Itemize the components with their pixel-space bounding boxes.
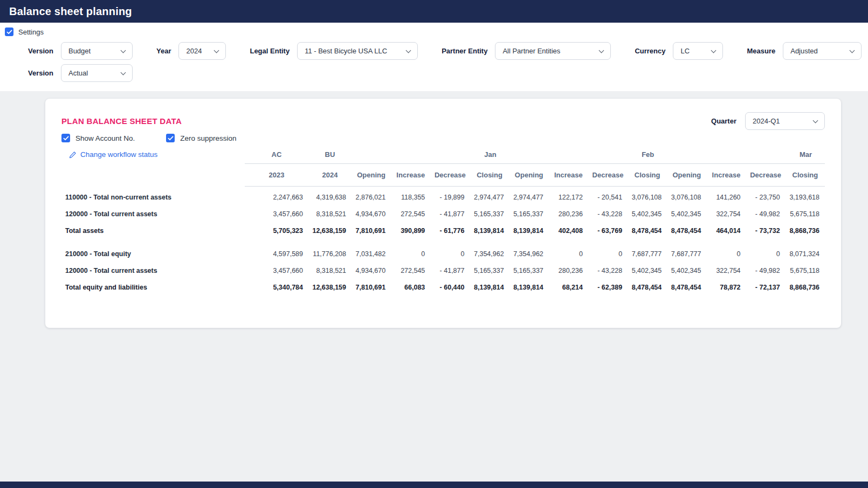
partner-entity-label: Partner Entity	[442, 47, 487, 55]
cell-value: - 49,982	[746, 205, 786, 222]
chevron-down-icon	[121, 70, 126, 75]
cell-value: 5,165,337	[509, 205, 549, 222]
partner-entity-select[interactable]: All Partner Entities	[495, 42, 611, 60]
version-actual-select[interactable]: Actual	[61, 64, 133, 82]
app-header: Balance sheet planning	[0, 0, 868, 23]
cell-value: 78,872	[706, 279, 746, 295]
cell-value: 0	[549, 245, 588, 262]
row-label: 120000 - Total current assets	[61, 205, 245, 222]
group-header-row: ACBUJanFebMar	[61, 146, 825, 163]
cell-value: 8,868,736	[786, 222, 825, 239]
cell-value: - 61,776	[430, 222, 470, 239]
cell-value: 8,071,324	[786, 245, 825, 262]
cell-value: 272,545	[391, 262, 430, 279]
cell-value: 280,236	[549, 262, 588, 279]
cell-value: 5,705,323	[245, 222, 308, 239]
quarter-select-value: 2024-Q1	[753, 117, 780, 125]
cell-value: 4,319,638	[308, 186, 352, 205]
cell-value: 8,139,814	[470, 222, 509, 239]
year-select[interactable]: 2024	[178, 42, 226, 60]
cell-value: 8,139,814	[509, 279, 549, 295]
row-label: 120000 - Total current assets	[61, 262, 245, 279]
cell-value: - 41,877	[430, 262, 470, 279]
cell-value: 5,165,337	[509, 262, 549, 279]
cell-value: 7,810,691	[352, 222, 391, 239]
cell-value: - 43,228	[588, 262, 628, 279]
cell-value: 5,402,345	[667, 262, 706, 279]
measure-filter: Measure Adjusted	[747, 42, 862, 60]
cell-value: 402,408	[549, 222, 588, 239]
column-header-7-increase: Increase	[549, 163, 588, 186]
year-filter: Year 2024	[156, 42, 226, 60]
cell-value: 2,974,477	[509, 186, 549, 205]
version-select[interactable]: Budget	[61, 42, 133, 60]
checkmark-icon	[6, 30, 12, 35]
group-header-bu: BU	[308, 146, 352, 163]
zero-suppression-toggle[interactable]: Zero suppression	[166, 134, 236, 142]
cell-value: 5,402,345	[628, 205, 667, 222]
measure-select[interactable]: Adjusted	[783, 42, 862, 60]
show-account-no-checkbox[interactable]	[61, 134, 70, 142]
cell-value: - 23,750	[746, 186, 786, 205]
cell-value: 8,478,454	[667, 222, 706, 239]
row-label: 210000 - Total equity	[61, 245, 245, 262]
cell-value: 8,139,814	[509, 222, 549, 239]
balance-sheet-table: ACBUJanFebMar 20232024OpeningIncreaseDec…	[61, 146, 825, 295]
chevron-down-icon	[121, 47, 126, 53]
plan-balance-sheet-card: PLAN BALANCE SHEET DATA Quarter 2024-Q1 …	[45, 99, 841, 328]
cell-value: 66,083	[391, 279, 430, 295]
quarter-select[interactable]: 2024-Q1	[745, 112, 825, 130]
cell-value: 5,402,345	[628, 262, 667, 279]
table-options-row: Show Account No. Zero suppression	[61, 134, 825, 142]
currency-select[interactable]: LC	[673, 42, 723, 60]
table-row: 120000 - Total current assets3,457,6608,…	[61, 262, 825, 279]
chevron-down-icon	[599, 47, 604, 53]
partner-entity-select-value: All Partner Entities	[502, 47, 560, 55]
legal-entity-select[interactable]: 11 - Best Bicycle USA LLC	[297, 42, 418, 60]
show-account-no-toggle[interactable]: Show Account No.	[61, 134, 135, 142]
chevron-down-icon	[214, 47, 219, 53]
year-label: Year	[156, 47, 171, 55]
chevron-down-icon	[711, 47, 717, 53]
cell-value: 0	[430, 245, 470, 262]
cell-value: 8,478,454	[667, 279, 706, 295]
cell-value: 7,031,482	[352, 245, 391, 262]
change-workflow-status-link[interactable]: Change workflow status	[69, 150, 157, 159]
cell-value: 390,899	[391, 222, 430, 239]
cell-value: 7,810,691	[352, 279, 391, 295]
cell-value: 5,165,337	[470, 262, 509, 279]
version-actual-filter: Version Actual	[28, 64, 133, 82]
card-title: PLAN BALANCE SHEET DATA	[61, 116, 182, 126]
cell-value: 322,754	[706, 205, 746, 222]
version-select-value: Budget	[68, 47, 91, 55]
cell-value: - 19,899	[430, 186, 470, 205]
cell-value: 7,687,777	[667, 245, 706, 262]
table-body: 110000 - Total non-current assets2,247,6…	[61, 186, 825, 295]
checkmark-icon	[168, 136, 174, 141]
cell-value: - 43,228	[588, 205, 628, 222]
zero-suppression-checkbox[interactable]	[166, 134, 175, 142]
cell-value: 2,247,663	[245, 186, 308, 205]
version-filter: Version Budget	[28, 42, 133, 60]
cell-value: 5,402,345	[667, 205, 706, 222]
chevron-down-icon	[406, 47, 411, 53]
cell-value: 141,260	[706, 186, 746, 205]
settings-bar: Settings	[0, 23, 868, 38]
measure-select-value: Adjusted	[790, 47, 818, 55]
column-header-13-closing: Closing	[786, 163, 825, 186]
cell-value: 12,638,159	[308, 222, 352, 239]
row-label: Total assets	[61, 222, 245, 239]
filter-row-2: Version Actual	[28, 64, 858, 82]
group-header-mar: Mar	[667, 146, 825, 163]
cell-value: - 62,389	[588, 279, 628, 295]
balance-table-wrap: Change workflow status ACBUJanFebMar 202…	[61, 146, 825, 295]
cell-value: - 49,982	[746, 262, 786, 279]
cell-value: 12,638,159	[308, 279, 352, 295]
cell-value: 5,165,337	[470, 205, 509, 222]
settings-checkbox[interactable]	[5, 28, 13, 36]
column-header-2-opening: Opening	[352, 163, 391, 186]
column-header-11-increase: Increase	[706, 163, 746, 186]
cell-value: 5,675,118	[786, 205, 825, 222]
cell-value: 8,478,454	[628, 279, 667, 295]
checkmark-icon	[63, 136, 69, 141]
